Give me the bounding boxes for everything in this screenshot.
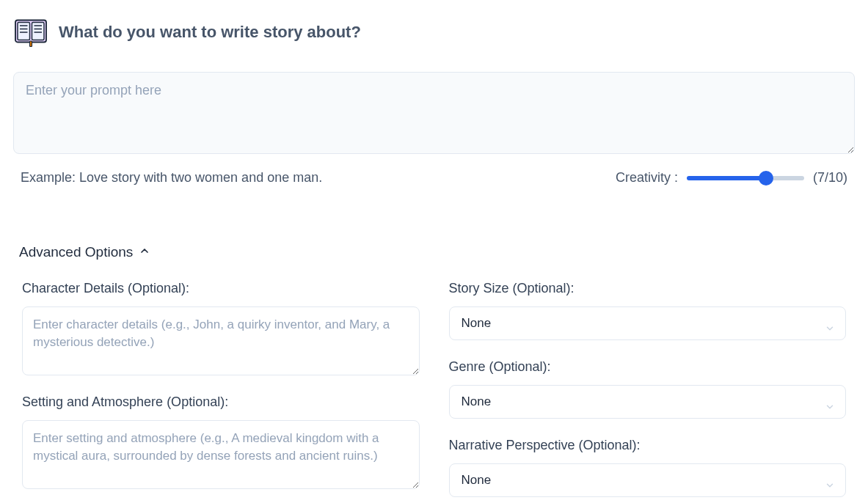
creativity-control: Creativity : (7/10) xyxy=(616,170,847,186)
prompt-input[interactable] xyxy=(13,72,855,154)
story-size-selected: None xyxy=(462,316,492,331)
character-details-label: Character Details (Optional): xyxy=(22,281,420,296)
genre-select[interactable]: None xyxy=(449,385,847,419)
story-size-label: Story Size (Optional): xyxy=(449,281,847,296)
example-text: Example: Love story with two women and o… xyxy=(21,170,322,186)
narrative-perspective-selected: None xyxy=(462,473,492,488)
page-header: What do you want to write story about? xyxy=(13,15,855,50)
advanced-options-toggle[interactable]: Advanced Options xyxy=(19,244,855,260)
svg-rect-2 xyxy=(32,23,45,40)
svg-rect-9 xyxy=(30,41,32,47)
creativity-label: Creativity : xyxy=(616,170,678,186)
advanced-options-label: Advanced Options xyxy=(19,244,133,260)
creativity-slider[interactable] xyxy=(687,176,804,180)
story-size-select[interactable]: None xyxy=(449,306,847,340)
creativity-value: (7/10) xyxy=(813,170,847,186)
narrative-perspective-label: Narrative Perspective (Optional): xyxy=(449,438,847,453)
prompt-footer: Example: Love story with two women and o… xyxy=(13,170,855,186)
setting-atmosphere-label: Setting and Atmosphere (Optional): xyxy=(22,394,420,410)
genre-label: Genre (Optional): xyxy=(449,359,847,375)
narrative-perspective-select[interactable]: None xyxy=(449,463,847,497)
character-details-input[interactable] xyxy=(22,306,420,375)
genre-selected: None xyxy=(462,394,492,409)
book-icon xyxy=(13,15,48,50)
advanced-options-panel: Character Details (Optional): Setting an… xyxy=(13,281,855,503)
setting-atmosphere-input[interactable] xyxy=(22,420,420,489)
chevron-up-icon xyxy=(139,245,150,260)
svg-rect-1 xyxy=(18,23,30,40)
page-title: What do you want to write story about? xyxy=(59,23,361,42)
